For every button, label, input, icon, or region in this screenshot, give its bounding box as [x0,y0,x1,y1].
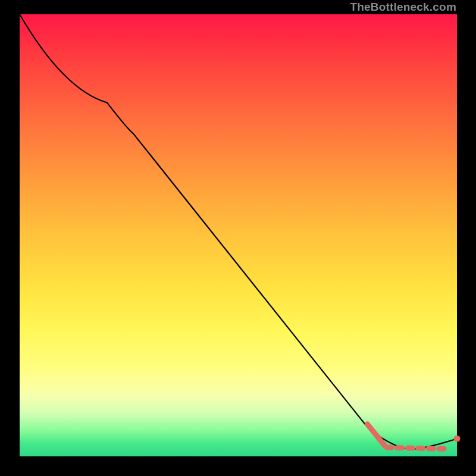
highlight-slope-segment [367,424,384,446]
chart-plot [20,14,457,456]
attribution-label: TheBottleneck.com [350,0,456,14]
main-curve [20,14,457,449]
end-marker-dot [454,436,461,442]
